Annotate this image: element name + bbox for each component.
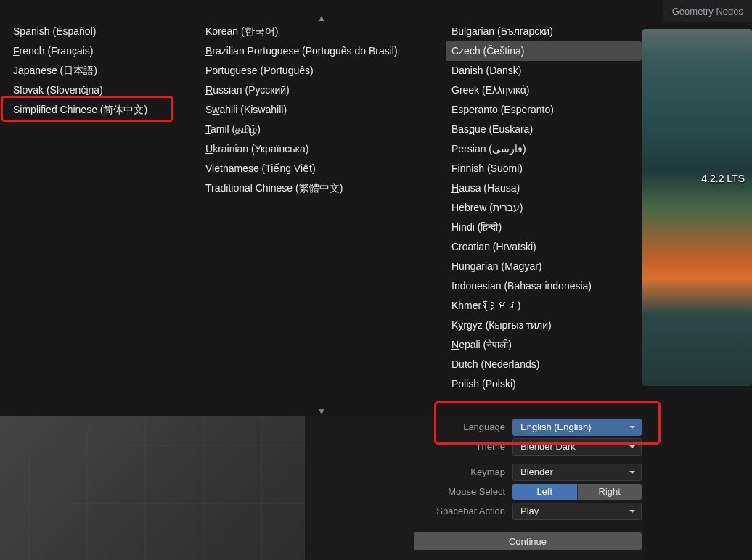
mouse-select-right[interactable]: Right [578, 484, 642, 500]
language-dropdown-list: Spanish (Español)French (Français)Japane… [0, 22, 642, 410]
version-label: 4.2.2 LTS [701, 173, 745, 184]
language-option[interactable]: French (Français) [7, 41, 200, 61]
language-option[interactable]: Simplified Chinese (简体中文) [7, 100, 200, 120]
language-option[interactable]: Hindi (हिन्दी) [446, 218, 642, 237]
language-option[interactable]: Brazilian Portuguese (Português do Brasi… [200, 41, 446, 61]
language-option[interactable]: Slovak (Slovenčina) [7, 81, 200, 100]
scroll-down-arrow[interactable]: ▼ [317, 406, 326, 416]
language-option[interactable]: Finnish (Suomi) [446, 159, 642, 178]
theme-label: Theme [414, 441, 512, 452]
language-option[interactable]: Hebrew (עברית) [446, 198, 642, 218]
language-option[interactable]: Spanish (Español) [7, 22, 200, 41]
language-option[interactable]: Russian (Русский) [200, 81, 446, 100]
language-option[interactable]: Bulgarian (Български) [446, 22, 642, 41]
viewport-3d[interactable] [0, 416, 305, 560]
keymap-dropdown[interactable]: Blender [512, 464, 642, 481]
spacebar-action-label: Spacebar Action [414, 506, 512, 516]
continue-button[interactable]: Continue [414, 532, 642, 550]
language-option[interactable]: Kyrgyz (Кыргыз тили) [446, 316, 642, 335]
language-option[interactable]: Traditional Chinese (繁體中文) [200, 178, 446, 198]
language-option[interactable]: Basque (Euskara) [446, 120, 642, 139]
language-option[interactable]: Polish (Polski) [446, 374, 642, 394]
language-option[interactable]: Hausa (Hausa) [446, 178, 642, 198]
language-option[interactable]: Dutch (Nederlands) [446, 355, 642, 374]
splash-image: 4.2.2 LTS [642, 29, 752, 386]
language-option[interactable]: Esperanto (Esperanto) [446, 100, 642, 120]
language-option[interactable]: Nepali (नेपाली) [446, 335, 642, 355]
quick-setup-panel: Language English (English) Theme Blender… [414, 417, 642, 521]
language-option[interactable]: Danish (Dansk) [446, 61, 642, 81]
language-option[interactable]: Indonesian (Bahasa indonesia) [446, 276, 642, 296]
theme-dropdown[interactable]: Blender Dark [512, 438, 642, 456]
language-label: Language [414, 421, 512, 432]
language-option[interactable]: Greek (Ελληνικά) [446, 81, 642, 100]
language-dropdown[interactable]: English (English) [512, 419, 642, 436]
language-option[interactable]: Czech (Čeština) [446, 41, 642, 61]
mouse-select-toggle: Left Right [512, 484, 642, 500]
language-option[interactable]: Persian (فارسی) [446, 139, 642, 159]
keymap-label: Keymap [414, 466, 512, 477]
language-option[interactable]: Korean (한국어) [200, 22, 446, 41]
mouse-select-left[interactable]: Left [512, 484, 578, 500]
workspace-tab-bar: Geometry Nodes [663, 0, 752, 22]
tab-geometry-nodes[interactable]: Geometry Nodes [672, 6, 743, 17]
language-option[interactable]: Hungarian (Magyar) [446, 257, 642, 276]
language-option[interactable]: Ukrainian (Українська) [200, 139, 446, 159]
mouse-select-label: Mouse Select [414, 486, 512, 497]
language-option[interactable]: Tamil (தமிழ்) [200, 120, 446, 139]
spacebar-action-dropdown[interactable]: Play [512, 503, 642, 520]
language-option[interactable]: Vietnamese (Tiếng Việt) [200, 159, 446, 178]
language-option[interactable]: Portuguese (Português) [200, 61, 446, 81]
language-option[interactable]: Japanese (日本語) [7, 61, 200, 81]
language-option[interactable]: Swahili (Kiswahili) [200, 100, 446, 120]
language-option[interactable]: Croatian (Hrvatski) [446, 237, 642, 257]
language-option[interactable]: Khmer (ខ្មែរ) [446, 296, 642, 316]
